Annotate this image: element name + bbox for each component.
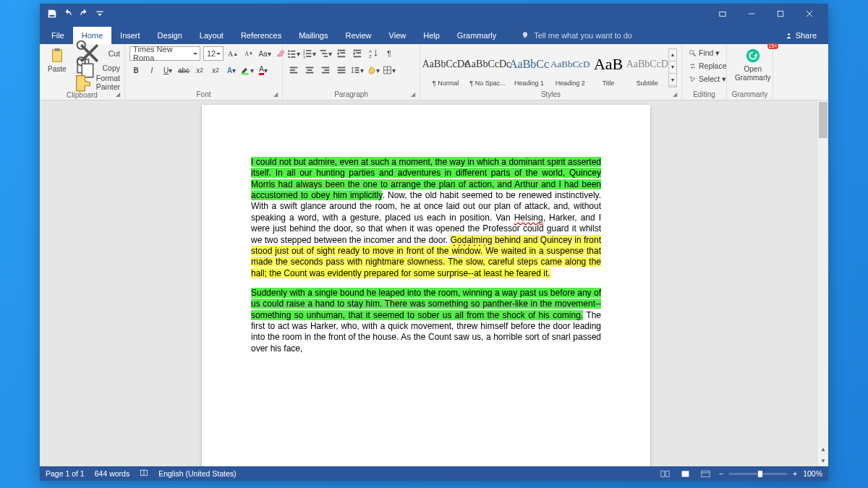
document-area[interactable]: I could not but admire, even at such a m… — [40, 100, 828, 466]
svg-point-54 — [689, 50, 694, 54]
font-dialog-launcher[interactable]: ◢ — [273, 91, 281, 98]
strikethrough-button[interactable]: abc — [177, 64, 190, 77]
tab-mailings[interactable]: Mailings — [290, 27, 336, 44]
scroll-down-arrow[interactable]: ▼ — [817, 455, 828, 466]
align-center-button[interactable] — [303, 64, 316, 77]
show-paragraph-marks-button[interactable]: ¶ — [383, 47, 396, 60]
page-number[interactable]: Page 1 of 1 — [46, 469, 85, 478]
close-button[interactable] — [795, 4, 824, 24]
styles-scroll[interactable]: ▲▼▼ — [668, 48, 677, 87]
redo-icon[interactable] — [79, 9, 89, 19]
align-right-button[interactable] — [319, 64, 332, 77]
superscript-button[interactable]: x2 — [209, 64, 222, 77]
change-case-button[interactable]: Aa▾ — [258, 47, 271, 60]
zoom-slider[interactable] — [729, 473, 787, 475]
svg-rect-24 — [306, 56, 311, 57]
ribbon-display-button[interactable] — [708, 4, 737, 24]
language[interactable]: English (United States) — [158, 469, 236, 478]
highlight-color-button[interactable]: ▾ — [241, 64, 254, 77]
bullets-button[interactable]: ▾ — [287, 47, 300, 60]
text-effects-button[interactable]: A▾ — [225, 64, 238, 77]
svg-rect-27 — [324, 56, 328, 57]
justify-button[interactable] — [335, 64, 348, 77]
style-h1-preview: AaBbCc — [509, 49, 549, 80]
shrink-font-button[interactable]: A▼ — [242, 47, 255, 60]
save-icon[interactable] — [47, 9, 57, 19]
read-mode-button[interactable] — [658, 468, 673, 479]
style-subtitle-preview: AaBbCcD — [626, 49, 668, 80]
open-grammarly-button[interactable]: Open Grammarly — [731, 46, 774, 84]
select-button[interactable]: Select ▾ — [686, 72, 728, 85]
minimize-button[interactable] — [737, 4, 766, 24]
style-subtitle-label: Subtitle — [637, 80, 658, 87]
font-color-button[interactable]: A▾ — [257, 64, 270, 77]
tab-file[interactable]: File — [43, 27, 73, 44]
proofing-icon[interactable] — [140, 468, 148, 479]
tab-review[interactable]: Review — [337, 27, 380, 44]
tab-references[interactable]: References — [232, 27, 290, 44]
svg-rect-61 — [682, 471, 689, 476]
decrease-indent-button[interactable] — [335, 47, 348, 60]
share-button[interactable]: Share — [776, 27, 825, 44]
scroll-up-arrow[interactable]: ▲ — [817, 443, 828, 455]
tab-insert[interactable]: Insert — [111, 27, 149, 44]
svg-line-55 — [693, 53, 695, 56]
style-title[interactable]: AaBTitle — [590, 48, 626, 87]
web-layout-button[interactable] — [699, 468, 713, 479]
maximize-button[interactable] — [766, 4, 795, 24]
zoom-out-button[interactable]: − — [719, 469, 723, 478]
print-layout-button[interactable] — [678, 468, 693, 479]
svg-point-56 — [746, 49, 760, 62]
undo-icon[interactable] — [63, 9, 73, 19]
subscript-button[interactable]: x2 — [193, 64, 206, 77]
sort-button[interactable]: AZ — [367, 47, 380, 60]
style-heading2[interactable]: AaBbCcDHeading 2 — [550, 48, 590, 87]
replace-button[interactable]: Replace — [686, 59, 729, 72]
tab-help[interactable]: Help — [414, 27, 448, 44]
style-nospacing-preview: AaBbCcDc — [464, 49, 511, 80]
underline-button[interactable]: U▾ — [161, 64, 174, 77]
svg-rect-40 — [307, 69, 312, 71]
zoom-in-button[interactable]: + — [793, 469, 797, 478]
clipboard-dialog-launcher[interactable]: ◢ — [116, 91, 123, 98]
borders-button[interactable]: ▾ — [383, 64, 396, 77]
italic-button[interactable]: I — [145, 64, 158, 77]
tab-grammarly[interactable]: Grammarly — [448, 27, 505, 44]
collapse-ribbon-button[interactable]: ˄ — [823, 473, 827, 480]
paragraph-1[interactable]: I could not but admire, even at such a m… — [251, 157, 601, 279]
font-size-combo[interactable]: 12 — [203, 46, 224, 61]
align-left-button[interactable] — [287, 64, 300, 77]
word-count[interactable]: 644 words — [95, 469, 129, 478]
find-button[interactable]: Find ▾ — [686, 46, 722, 59]
style-normal[interactable]: AaBbCcDc¶ Normal — [425, 48, 467, 87]
font-name-combo[interactable]: Times New Roma — [129, 46, 200, 61]
style-no-spacing[interactable]: AaBbCcDc¶ No Spac... — [467, 48, 509, 87]
line-spacing-button[interactable]: ▾ — [351, 64, 364, 77]
paste-button[interactable]: Paste — [44, 46, 70, 75]
shading-button[interactable]: ▾ — [367, 64, 380, 77]
zoom-slider-handle[interactable] — [758, 471, 762, 477]
vertical-scrollbar[interactable]: ▲ ▼ — [817, 100, 828, 466]
paragraph-dialog-launcher[interactable]: ◢ — [411, 91, 418, 98]
tab-view[interactable]: View — [380, 27, 415, 44]
tab-layout[interactable]: Layout — [191, 27, 232, 44]
grow-font-button[interactable]: A▲ — [226, 47, 239, 60]
style-normal-label: ¶ Normal — [433, 80, 459, 87]
styles-dialog-launcher[interactable]: ◢ — [673, 91, 680, 98]
group-clipboard: Paste Cut Copy Format Painter Clipboard … — [40, 44, 125, 100]
svg-rect-41 — [306, 72, 314, 74]
paragraph-2[interactable]: Suddenly with a single bound he leaped i… — [251, 288, 601, 354]
style-subtitle[interactable]: AaBbCcDSubtitle — [626, 48, 668, 87]
zoom-level[interactable]: 100% — [803, 469, 822, 478]
numbering-button[interactable]: 123▾ — [303, 47, 316, 60]
copy-label: Copy — [102, 64, 120, 72]
format-painter-button[interactable]: Format Painter — [73, 75, 120, 90]
qat-customize-icon[interactable] — [95, 9, 105, 19]
multilevel-list-button[interactable]: ▾ — [319, 47, 332, 60]
bold-button[interactable]: B — [129, 64, 142, 77]
tell-me-search[interactable]: Tell me what you want to do — [512, 27, 641, 44]
tab-design[interactable]: Design — [149, 27, 191, 44]
style-heading1[interactable]: AaBbCcHeading 1 — [509, 48, 550, 87]
increase-indent-button[interactable] — [351, 47, 364, 60]
scrollbar-thumb[interactable] — [819, 102, 827, 138]
